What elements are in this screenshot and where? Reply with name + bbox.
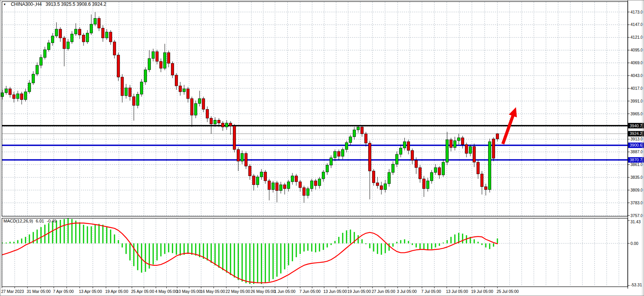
macd-histogram-bar — [118, 240, 119, 243]
macd-name: MACD(12,26,9) — [3, 219, 33, 223]
candle — [396, 154, 398, 164]
candle — [9, 89, 12, 95]
candle — [369, 143, 371, 171]
candle — [183, 89, 186, 92]
macd-histogram-bar — [21, 238, 22, 243]
candle — [314, 181, 317, 186]
candle — [291, 176, 294, 182]
macd-histogram-bar — [482, 243, 483, 245]
macd-histogram-bar — [346, 230, 347, 243]
price-tick-label: 4095.0 — [630, 48, 643, 52]
macd-histogram-bar — [246, 243, 247, 283]
candle — [427, 181, 429, 188]
macd-histogram-bar — [485, 243, 487, 248]
price-tick-label: 4147.0 — [630, 22, 643, 27]
candle — [299, 182, 302, 188]
candle — [144, 70, 147, 82]
candle — [249, 166, 251, 176]
candle — [446, 140, 449, 162]
price-tick-label: 3757.0 — [630, 213, 643, 218]
macd-histogram-bar — [203, 243, 204, 259]
candle — [113, 42, 116, 55]
candle — [450, 140, 453, 147]
candle — [442, 162, 445, 175]
macd-histogram-bar — [393, 243, 394, 246]
candle — [5, 89, 8, 93]
chart-header: ▼ CHINA300-,H4 3913.5 3925.5 3908.6 3924… — [3, 2, 106, 7]
macd-histogram-bar — [72, 219, 73, 243]
candle — [423, 179, 425, 188]
time-tick-label: 1 Jun 05:00 — [274, 289, 296, 294]
macd-histogram-bar — [52, 221, 53, 243]
macd-histogram-bar — [226, 243, 227, 273]
price-tick-label: 3991.0 — [630, 99, 643, 103]
candle — [415, 160, 418, 168]
candle — [458, 138, 460, 141]
macd-histogram-bar — [497, 238, 498, 243]
price-tick-label: 3913.0 — [630, 137, 643, 141]
candle — [334, 151, 337, 157]
candle — [214, 120, 217, 124]
macd-histogram-bar — [211, 243, 212, 263]
candle — [171, 63, 174, 75]
macd-histogram-bar — [222, 243, 224, 270]
macd-histogram-bar — [114, 234, 115, 243]
price-tick-label: 4017.0 — [630, 86, 643, 91]
macd-histogram-bar — [17, 240, 19, 243]
macd-histogram-bar — [331, 243, 332, 245]
candle — [71, 34, 73, 42]
candle — [94, 18, 97, 24]
macd-histogram-bar — [362, 240, 363, 244]
macd-histogram-bar — [350, 229, 351, 243]
macd-histogram-bar — [91, 226, 92, 243]
macd-histogram-bar — [257, 243, 258, 283]
price-tick-label: 3783.0 — [630, 200, 643, 205]
candle — [148, 58, 151, 70]
time-tick-label: 7 Jul 05:00 — [421, 289, 441, 294]
candle — [90, 24, 93, 33]
time-tick-label: 19 Jul 05:00 — [471, 289, 493, 294]
macd-histogram-bar — [145, 243, 146, 272]
candle — [102, 28, 104, 38]
candle — [307, 188, 309, 195]
candle — [485, 186, 487, 190]
macd-histogram-bar — [404, 240, 405, 244]
candle — [32, 74, 35, 83]
candle — [365, 134, 367, 143]
macd-histogram-bar — [56, 221, 57, 243]
macd-histogram-bar — [242, 243, 243, 282]
time-tick-label: 7 Apr 05:00 — [53, 289, 74, 294]
price-tick-label: 4069.0 — [630, 60, 643, 65]
price-chart[interactable]: 4173.04147.04121.04095.04069.04043.04017… — [0, 0, 644, 296]
macd-histogram-bar — [462, 234, 463, 243]
macd-histogram-bar — [443, 243, 444, 243]
macd-histogram-bar — [37, 229, 38, 243]
macd-histogram-bar — [188, 243, 189, 254]
candle — [164, 53, 166, 68]
macd-histogram-bar — [137, 243, 138, 270]
price-badge-label: 3870.7 — [630, 157, 642, 162]
candle — [272, 183, 275, 190]
candle — [454, 141, 456, 148]
candle — [175, 75, 178, 86]
candle — [156, 51, 159, 61]
candle — [376, 183, 379, 186]
candle — [121, 77, 124, 96]
candle — [311, 181, 313, 188]
candle — [349, 137, 352, 142]
candle — [117, 55, 120, 77]
macd-histogram-bar — [29, 234, 30, 243]
candle — [361, 127, 364, 134]
candle — [256, 177, 259, 185]
macd-signal-value: -0.49 — [47, 219, 56, 223]
macd-histogram-bar — [230, 243, 231, 275]
candle — [55, 29, 58, 36]
macd-histogram-bar — [164, 243, 166, 254]
candle — [461, 138, 464, 145]
candle — [1, 93, 4, 97]
candle — [400, 148, 402, 154]
candle — [380, 186, 383, 190]
price-tick-label: 3861.0 — [630, 162, 643, 167]
macd-histogram-bar — [451, 237, 452, 243]
macd-histogram-bar — [454, 234, 456, 243]
